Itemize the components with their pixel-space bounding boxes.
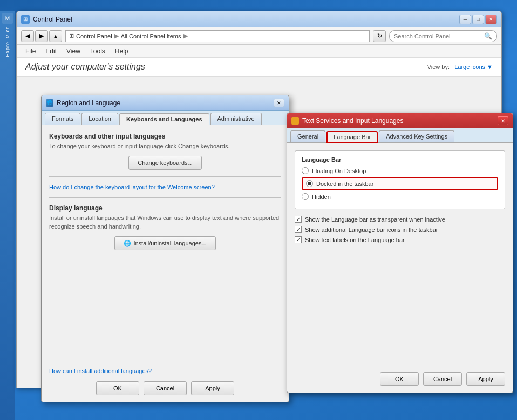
nav-buttons: ◀ ▶ ▲ <box>21 30 62 42</box>
tab-formats[interactable]: Formats <box>45 113 80 125</box>
radio-circle-hidden <box>302 193 309 200</box>
region-tabs-container: Formats Location Keyboards and Languages… <box>42 111 289 125</box>
ts-dialog-title: Text Services and Input Languages <box>302 117 403 125</box>
cp-titlebar-buttons: ─ □ ✕ <box>459 15 497 24</box>
forward-button[interactable]: ▶ <box>35 30 48 42</box>
refresh-button[interactable]: ↻ <box>373 30 386 42</box>
checkbox-transparent-label: Show the Language bar as transparent whe… <box>305 216 445 223</box>
left-sidebar: M Micr Expre <box>0 11 15 420</box>
up-button[interactable]: ▲ <box>49 30 62 42</box>
view-by-area: View by: Large icons ▼ <box>427 64 493 70</box>
ts-cancel-button[interactable]: Cancel <box>423 372 462 386</box>
address-path[interactable]: ⊞ Control Panel ▶ All Control Panel Item… <box>65 30 370 42</box>
ts-title-left: Text Services and Input Languages <box>291 117 403 125</box>
address-part1: Control Panel <box>76 33 112 39</box>
ts-ok-button[interactable]: OK <box>380 372 419 386</box>
sidebar-text-1: Micr <box>5 27 10 38</box>
language-bar-group-title: Language Bar <box>302 156 498 163</box>
path-separator-1: ▶ <box>114 32 119 39</box>
install-additional-link[interactable]: How can I install additional languages? <box>49 368 152 374</box>
region-language-dialog: 🌐 Region and Language ✕ Formats Location… <box>41 95 289 402</box>
cp-address-bar: ◀ ▶ ▲ ⊞ Control Panel ▶ All Control Pane… <box>17 27 501 45</box>
checkbox-additional-icons[interactable]: ✓ Show additional Language bar icons in … <box>295 226 505 233</box>
radio-floating[interactable]: Floating On Desktop <box>302 167 498 174</box>
display-language-text: Install or uninstall languages that Wind… <box>49 214 281 231</box>
view-by-value[interactable]: Large icons <box>454 64 485 70</box>
checkbox-additional-icons-box: ✓ <box>295 226 302 233</box>
ts-titlebar: Text Services and Input Languages ✕ <box>287 113 513 128</box>
cp-maximize-button[interactable]: □ <box>472 15 484 24</box>
search-icon: 🔍 <box>484 32 492 40</box>
ts-tab-language-bar[interactable]: Language Bar <box>326 131 378 143</box>
checkbox-text-labels-label: Show text labels on the Language bar <box>305 237 405 243</box>
radio-circle-floating <box>302 167 309 174</box>
radio-docked-label: Docked in the taskbar <box>316 181 373 187</box>
region-apply-button[interactable]: Apply <box>191 381 234 395</box>
region-dialog-title-left: 🌐 Region and Language <box>46 99 120 107</box>
ts-dialog-body: Language Bar Floating On Desktop Docked … <box>287 143 513 254</box>
region-dialog-title: Region and Language <box>57 99 120 107</box>
dropdown-arrow-icon: ▼ <box>487 64 493 70</box>
region-ok-button[interactable]: OK <box>96 381 139 395</box>
path-separator-2: ▶ <box>183 32 188 39</box>
cp-titlebar-left: ⊞ Control Panel <box>21 15 72 24</box>
cp-icon-addr: ⊞ <box>69 32 74 39</box>
checkbox-transparent-box: ✓ <box>295 216 302 223</box>
radio-docked[interactable]: Docked in the taskbar <box>302 177 498 190</box>
region-divider-1 <box>49 176 281 177</box>
address-part2: All Control Panel Items <box>121 33 181 39</box>
checkbox-transparent[interactable]: ✓ Show the Language bar as transparent w… <box>295 216 505 223</box>
cp-content-area: Adjust your computer's settings View by:… <box>17 58 501 77</box>
cp-titlebar: ⊞ Control Panel ─ □ ✕ <box>17 11 501 27</box>
ts-apply-button[interactable]: Apply <box>466 372 505 386</box>
region-dialog-titlebar: 🌐 Region and Language ✕ <box>42 95 289 111</box>
cp-close-button[interactable]: ✕ <box>485 15 497 24</box>
control-panel-window: ⊞ Control Panel ─ □ ✕ ◀ ▶ ▲ ⊞ Control Pa… <box>16 11 502 388</box>
sidebar-text-2: Expre <box>5 42 10 57</box>
sidebar-icon: M <box>2 13 13 24</box>
menu-tools[interactable]: Tools <box>86 46 110 56</box>
view-by-label: View by: <box>427 64 450 70</box>
change-keyboards-button[interactable]: Change keyboards... <box>128 156 202 170</box>
ts-close-button[interactable]: ✕ <box>498 116 508 125</box>
radio-hidden-label: Hidden <box>312 194 331 200</box>
search-input[interactable] <box>394 33 482 39</box>
display-language-label: Display language <box>49 204 281 212</box>
checkbox-text-labels[interactable]: ✓ Show text labels on the Language bar <box>295 236 505 243</box>
region-dialog-body: Keyboards and other input languages To c… <box>42 125 289 263</box>
menu-edit[interactable]: Edit <box>41 46 61 56</box>
cp-title-text: Control Panel <box>33 16 72 23</box>
text-services-dialog: Text Services and Input Languages ✕ Gene… <box>287 113 513 393</box>
search-box[interactable]: 🔍 <box>389 30 497 42</box>
region-dialog-footer: OK Cancel Apply <box>42 381 289 395</box>
tab-administrative[interactable]: Administrative <box>210 113 262 125</box>
cp-window-icon: ⊞ <box>21 15 30 24</box>
menu-view[interactable]: View <box>62 46 85 56</box>
region-dialog-icon: 🌐 <box>46 99 53 107</box>
ts-dialog-icon <box>291 117 299 125</box>
menu-file[interactable]: File <box>21 46 40 56</box>
keyboards-section-text: To change your keyboard or input languag… <box>49 142 281 150</box>
region-dialog-close-button[interactable]: ✕ <box>274 99 284 107</box>
language-bar-groupbox: Language Bar Floating On Desktop Docked … <box>295 150 505 209</box>
checkbox-text-labels-box: ✓ <box>295 236 302 243</box>
ts-tabs-container: General Language Bar Advanced Key Settin… <box>287 128 513 143</box>
install-languages-button[interactable]: 🌐 Install/uninstall languages... <box>114 236 215 250</box>
cp-minimize-button[interactable]: ─ <box>459 15 471 24</box>
checkbox-additional-icons-label: Show additional Language bar icons in th… <box>305 226 438 233</box>
radio-circle-docked <box>306 180 313 187</box>
ts-dialog-footer: OK Cancel Apply <box>287 372 513 386</box>
radio-floating-label: Floating On Desktop <box>312 168 366 174</box>
keyboards-section-label: Keyboards and other input languages <box>49 133 281 140</box>
radio-hidden[interactable]: Hidden <box>302 193 498 200</box>
ts-tab-general[interactable]: General <box>290 130 325 142</box>
back-button[interactable]: ◀ <box>21 30 34 42</box>
ts-tab-advanced-key[interactable]: Advanced Key Settings <box>379 130 454 142</box>
region-divider-2 <box>49 197 281 198</box>
tab-keyboards-and-languages[interactable]: Keyboards and Languages <box>119 113 209 125</box>
globe-icon: 🌐 <box>124 240 131 247</box>
menu-help[interactable]: Help <box>111 46 133 56</box>
region-cancel-button[interactable]: Cancel <box>144 381 187 395</box>
welcome-screen-link[interactable]: How do I change the keyboard layout for … <box>49 184 215 190</box>
tab-location[interactable]: Location <box>81 113 118 125</box>
